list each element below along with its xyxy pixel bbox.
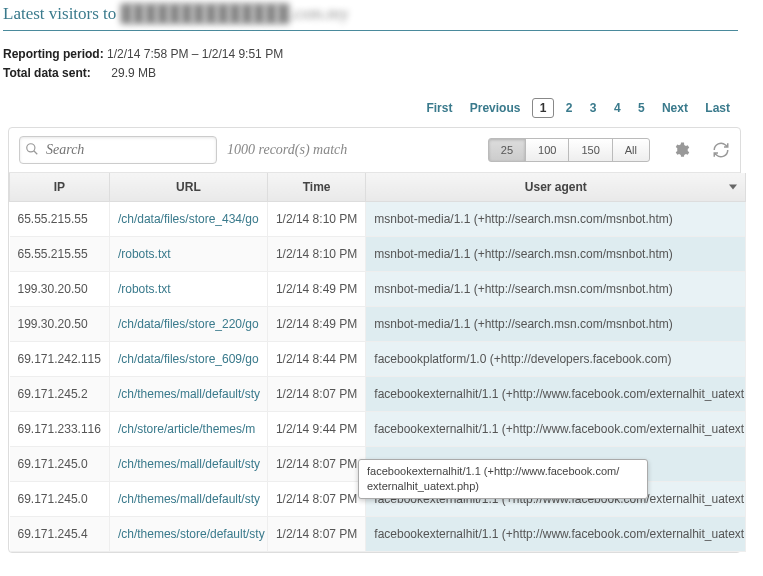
pager-page-2[interactable]: 2 (560, 98, 579, 118)
refresh-icon[interactable] (712, 141, 730, 159)
tooltip: facebookexternalhit/1.1 (+http://www.fac… (358, 459, 648, 499)
cell-user-agent: msnbot-media/1.1 (+http://search.msn.com… (366, 272, 746, 307)
cell-ip: 69.171.245.4 (10, 517, 110, 552)
cell-time: 1/2/14 8:07 PM (267, 377, 365, 412)
title-domain: ██████████████.com.my (121, 4, 349, 23)
sort-caret-icon (729, 185, 737, 190)
title-divider (3, 30, 738, 31)
table-row: 69.171.233.116/ch/store/article/themes/m… (10, 412, 746, 447)
cell-user-agent: msnbot-media/1.1 (+http://search.msn.com… (366, 307, 746, 342)
cell-time: 1/2/14 8:10 PM (267, 237, 365, 272)
url-link[interactable]: /ch/store/article/themes/m (118, 422, 255, 436)
cell-ip: 69.171.233.116 (10, 412, 110, 447)
page-size-100[interactable]: 100 (525, 138, 569, 162)
svg-line-1 (34, 151, 38, 155)
cell-ip: 65.55.215.55 (10, 202, 110, 237)
page-size-25[interactable]: 25 (488, 138, 526, 162)
cell-time: 1/2/14 8:44 PM (267, 342, 365, 377)
th-user-agent-label: User agent (525, 180, 587, 194)
svg-point-0 (27, 144, 35, 152)
pager-next[interactable]: Next (656, 98, 694, 118)
pager-last[interactable]: Last (699, 98, 736, 118)
cell-url: /ch/themes/store/default/sty (109, 517, 267, 552)
url-link[interactable]: /ch/data/files/store_220/go (118, 317, 259, 331)
title-prefix: Latest visitors to (3, 4, 121, 23)
cell-time: 1/2/14 8:10 PM (267, 202, 365, 237)
search-input[interactable] (19, 136, 217, 164)
cell-user-agent: facebookexternalhit/1.1 (+http://www.fac… (366, 412, 746, 447)
cell-url: /ch/data/files/store_609/go (109, 342, 267, 377)
toolbar: 1000 record(s) match 25 100 150 All (9, 128, 740, 173)
meta-block: Reporting period: 1/2/14 7:58 PM – 1/2/1… (0, 39, 763, 87)
cell-user-agent: facebookexternalhit/1.1 (+http://www.fac… (366, 377, 746, 412)
reporting-value: 1/2/14 7:58 PM – 1/2/14 9:51 PM (107, 47, 283, 61)
url-link[interactable]: /ch/data/files/store_609/go (118, 352, 259, 366)
pager-page-5[interactable]: 5 (632, 98, 651, 118)
cell-time: 1/2/14 8:07 PM (267, 517, 365, 552)
pager-previous[interactable]: Previous (464, 98, 527, 118)
url-link[interactable]: /robots.txt (118, 247, 171, 261)
cell-url: /robots.txt (109, 272, 267, 307)
table-row: 65.55.215.55/robots.txt1/2/14 8:10 PMmsn… (10, 237, 746, 272)
cell-url: /ch/store/article/themes/m (109, 412, 267, 447)
cell-ip: 69.171.245.0 (10, 482, 110, 517)
th-ip[interactable]: IP (10, 173, 110, 202)
match-count: 1000 record(s) match (227, 142, 478, 158)
cell-url: /ch/data/files/store_434/go (109, 202, 267, 237)
url-link[interactable]: /ch/data/files/store_434/go (118, 212, 259, 226)
cell-ip: 69.171.242.115 (10, 342, 110, 377)
cell-ip: 199.30.20.50 (10, 307, 110, 342)
search-icon (25, 142, 39, 156)
cell-url: /robots.txt (109, 237, 267, 272)
cell-user-agent: facebookplatform/1.0 (+http://developers… (366, 342, 746, 377)
total-sent-label: Total data sent: (3, 64, 108, 83)
cell-user-agent: msnbot-media/1.1 (+http://search.msn.com… (366, 237, 746, 272)
table-row: 69.171.245.4/ch/themes/store/default/sty… (10, 517, 746, 552)
cell-time: 1/2/14 9:44 PM (267, 412, 365, 447)
th-time[interactable]: Time (267, 173, 365, 202)
page-size-group: 25 100 150 All (488, 138, 650, 162)
pager: First Previous 1 2 3 4 5 Next Last (0, 87, 763, 123)
tooltip-line1: facebookexternalhit/1.1 (+http://www.fac… (367, 465, 619, 477)
cell-url: /ch/data/files/store_220/go (109, 307, 267, 342)
pager-page-4[interactable]: 4 (608, 98, 627, 118)
pager-page-3[interactable]: 3 (584, 98, 603, 118)
table-row: 199.30.20.50/ch/data/files/store_220/go1… (10, 307, 746, 342)
url-link[interactable]: /ch/themes/mall/default/sty (118, 387, 260, 401)
table-row: 69.171.245.2/ch/themes/mall/default/sty1… (10, 377, 746, 412)
url-link[interactable]: /robots.txt (118, 282, 171, 296)
th-user-agent[interactable]: User agent (366, 173, 746, 202)
cell-url: /ch/themes/mall/default/sty (109, 377, 267, 412)
pager-page-1[interactable]: 1 (532, 98, 555, 118)
cell-time: 1/2/14 8:49 PM (267, 272, 365, 307)
cell-time: 1/2/14 8:49 PM (267, 307, 365, 342)
page-size-150[interactable]: 150 (568, 138, 612, 162)
cell-ip: 199.30.20.50 (10, 272, 110, 307)
total-sent-value: 29.9 MB (111, 66, 156, 80)
cell-ip: 69.171.245.0 (10, 447, 110, 482)
reporting-label: Reporting period: (3, 45, 104, 64)
tooltip-line2: externalhit_uatext.php) (367, 480, 479, 492)
url-link[interactable]: /ch/themes/mall/default/sty (118, 457, 260, 471)
url-link[interactable]: /ch/themes/store/default/sty (118, 527, 265, 541)
cell-time: 1/2/14 8:07 PM (267, 447, 365, 482)
page-title: Latest visitors to ██████████████.com.my (0, 0, 763, 30)
th-url[interactable]: URL (109, 173, 267, 202)
cell-ip: 65.55.215.55 (10, 237, 110, 272)
url-link[interactable]: /ch/themes/mall/default/sty (118, 492, 260, 506)
table-row: 69.171.242.115/ch/data/files/store_609/g… (10, 342, 746, 377)
cell-user-agent: facebookexternalhit/1.1 (+http://www.fac… (366, 517, 746, 552)
cell-url: /ch/themes/mall/default/sty (109, 482, 267, 517)
table-row: 199.30.20.50/robots.txt1/2/14 8:49 PMmsn… (10, 272, 746, 307)
cell-url: /ch/themes/mall/default/sty (109, 447, 267, 482)
cell-time: 1/2/14 8:07 PM (267, 482, 365, 517)
pager-first[interactable]: First (420, 98, 458, 118)
cell-ip: 69.171.245.2 (10, 377, 110, 412)
page-size-all[interactable]: All (612, 138, 650, 162)
gear-icon[interactable] (672, 141, 690, 159)
cell-user-agent: msnbot-media/1.1 (+http://search.msn.com… (366, 202, 746, 237)
table-row: 65.55.215.55/ch/data/files/store_434/go1… (10, 202, 746, 237)
